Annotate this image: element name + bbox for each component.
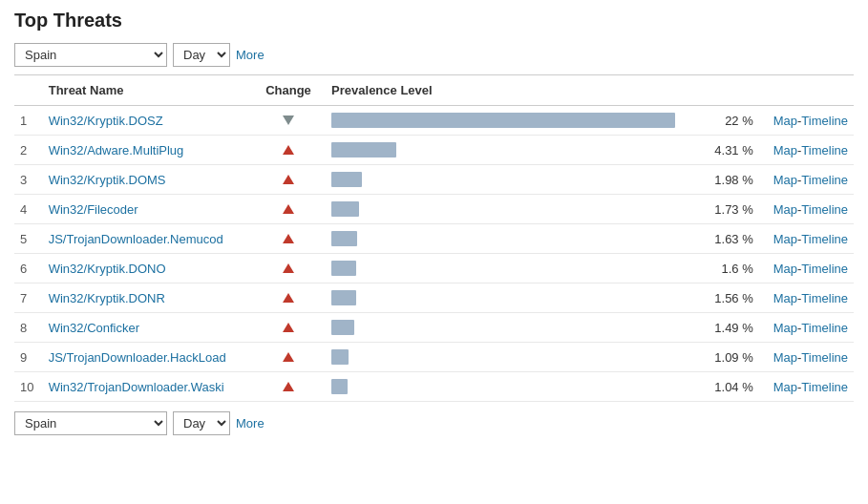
cell-num: 5 xyxy=(14,224,43,254)
cell-name: Win32/Kryptik.DONR xyxy=(43,284,251,313)
bar-fill xyxy=(331,261,356,276)
timeline-link[interactable]: Timeline xyxy=(801,262,848,276)
bar-fill xyxy=(331,379,348,394)
threat-name-link[interactable]: Win32/TrojanDownloader.Waski xyxy=(49,380,224,394)
col-header-links xyxy=(759,75,854,106)
threat-name-link[interactable]: Win32/Kryptik.DOMS xyxy=(49,173,166,187)
table-row: 8Win32/Conficker1.49 %Map-Timeline xyxy=(14,313,854,343)
cell-bar xyxy=(326,284,685,313)
cell-name: JS/TrojanDownloader.Nemucod xyxy=(43,224,251,254)
bar-container xyxy=(331,172,675,187)
arrow-up-icon xyxy=(283,263,294,273)
map-link[interactable]: Map xyxy=(773,173,797,187)
table-row: 6Win32/Kryptik.DONO1.6 %Map-Timeline xyxy=(14,254,854,284)
cell-name: Win32/Kryptik.DOMS xyxy=(43,165,251,195)
cell-prevalence: 1.04 % xyxy=(685,372,759,402)
bar-fill xyxy=(331,320,354,335)
timeline-link[interactable]: Timeline xyxy=(801,291,848,305)
bar-container xyxy=(331,290,675,305)
arrow-up-icon xyxy=(283,234,294,243)
table-row: 2Win32/Adware.MultiPlug4.31 %Map-Timelin… xyxy=(14,136,854,165)
bar-container xyxy=(331,142,675,158)
map-link[interactable]: Map xyxy=(773,350,797,365)
cell-num: 10 xyxy=(14,372,43,402)
threats-table: Threat Name Change Prevalence Level 1Win… xyxy=(14,74,854,402)
timeline-link[interactable]: Timeline xyxy=(801,380,848,394)
bar-container xyxy=(331,201,675,217)
bar-fill xyxy=(331,290,356,305)
cell-num: 9 xyxy=(14,343,43,372)
more-link-top[interactable]: More xyxy=(236,48,265,62)
cell-bar xyxy=(326,195,685,224)
cell-num: 8 xyxy=(14,313,43,343)
cell-links: Map-Timeline xyxy=(759,284,854,313)
timeline-link[interactable]: Timeline xyxy=(801,114,848,128)
cell-prevalence: 1.63 % xyxy=(685,224,759,254)
map-link[interactable]: Map xyxy=(773,291,797,305)
cell-num: 4 xyxy=(14,195,43,224)
country-select-bottom[interactable]: Spain United States Germany France Unite… xyxy=(14,411,167,435)
cell-prevalence: 4.31 % xyxy=(685,136,759,165)
bar-container xyxy=(331,379,675,394)
threat-name-link[interactable]: JS/TrojanDownloader.Nemucod xyxy=(49,232,223,246)
cell-num: 3 xyxy=(14,165,43,195)
threat-name-link[interactable]: Win32/Kryptik.DOSZ xyxy=(49,114,163,128)
cell-bar xyxy=(326,224,685,254)
arrow-up-icon xyxy=(283,293,294,303)
timeline-link[interactable]: Timeline xyxy=(801,321,848,335)
timeline-link[interactable]: Timeline xyxy=(801,173,848,187)
cell-bar xyxy=(326,313,685,343)
threat-name-link[interactable]: Win32/Filecoder xyxy=(49,202,138,217)
map-link[interactable]: Map xyxy=(773,262,797,276)
cell-links: Map-Timeline xyxy=(759,254,854,284)
cell-bar xyxy=(326,106,685,136)
table-row: 10Win32/TrojanDownloader.Waski1.04 %Map-… xyxy=(14,372,854,402)
bottom-controls: Spain United States Germany France Unite… xyxy=(14,411,854,435)
cell-change xyxy=(251,254,326,284)
bar-fill xyxy=(331,201,359,217)
cell-change xyxy=(251,106,326,136)
arrow-up-icon xyxy=(283,175,294,184)
threat-name-link[interactable]: JS/TrojanDownloader.HackLoad xyxy=(49,350,226,365)
bar-fill xyxy=(331,231,357,246)
bar-fill xyxy=(331,142,396,158)
cell-prevalence: 1.49 % xyxy=(685,313,759,343)
bar-fill xyxy=(331,172,362,187)
cell-links: Map-Timeline xyxy=(759,136,854,165)
table-row: 1Win32/Kryptik.DOSZ22 %Map-Timeline xyxy=(14,106,854,136)
table-row: 3Win32/Kryptik.DOMS1.98 %Map-Timeline xyxy=(14,165,854,195)
threat-name-link[interactable]: Win32/Conficker xyxy=(49,321,139,335)
country-select-top[interactable]: Spain United States Germany France Unite… xyxy=(14,43,167,67)
timeline-link[interactable]: Timeline xyxy=(801,202,848,217)
threat-name-link[interactable]: Win32/Kryptik.DONR xyxy=(49,291,165,305)
timeline-link[interactable]: Timeline xyxy=(801,232,848,246)
cell-num: 7 xyxy=(14,284,43,313)
cell-bar xyxy=(326,165,685,195)
cell-name: Win32/Kryptik.DONO xyxy=(43,254,251,284)
col-header-num xyxy=(14,75,43,106)
threat-name-link[interactable]: Win32/Adware.MultiPlug xyxy=(49,143,184,158)
arrow-up-icon xyxy=(283,352,294,362)
cell-prevalence: 22 % xyxy=(685,106,759,136)
map-link[interactable]: Map xyxy=(773,202,797,217)
table-header-row: Threat Name Change Prevalence Level xyxy=(14,75,854,106)
cell-prevalence: 1.09 % xyxy=(685,343,759,372)
more-link-bottom[interactable]: More xyxy=(236,416,265,430)
map-link[interactable]: Map xyxy=(773,232,797,246)
period-select-bottom[interactable]: Day Week Month xyxy=(173,411,230,435)
cell-num: 6 xyxy=(14,254,43,284)
threat-name-link[interactable]: Win32/Kryptik.DONO xyxy=(49,262,166,276)
map-link[interactable]: Map xyxy=(773,380,797,394)
timeline-link[interactable]: Timeline xyxy=(801,143,848,158)
cell-change xyxy=(251,136,326,165)
bar-container xyxy=(331,261,675,276)
bar-fill xyxy=(331,349,349,365)
timeline-link[interactable]: Timeline xyxy=(801,350,848,365)
map-link[interactable]: Map xyxy=(773,143,797,158)
cell-change xyxy=(251,195,326,224)
period-select-top[interactable]: Day Week Month xyxy=(173,43,230,67)
arrow-up-icon xyxy=(283,323,294,332)
cell-name: Win32/Filecoder xyxy=(43,195,251,224)
map-link[interactable]: Map xyxy=(773,321,797,335)
map-link[interactable]: Map xyxy=(773,114,797,128)
